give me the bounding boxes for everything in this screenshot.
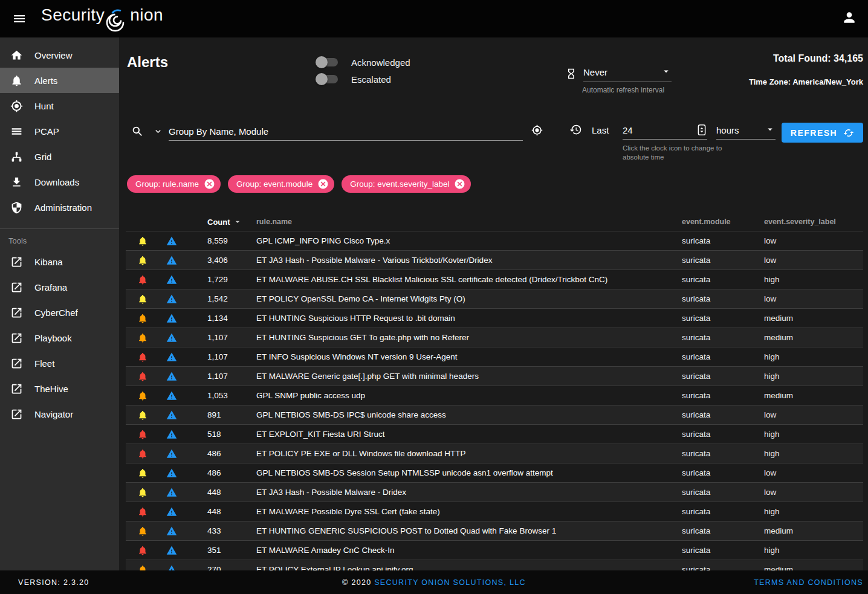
severity-bell-icon[interactable] xyxy=(126,468,160,479)
table-row[interactable]: 433ET HUNTING GENERIC SUSPICIOUS POST to… xyxy=(126,521,863,540)
severity-bell-icon[interactable] xyxy=(126,313,160,324)
sidebar-item-grid[interactable]: Grid xyxy=(0,144,119,169)
sidebar-item-administration[interactable]: Administration xyxy=(0,195,119,220)
row-count: 1,542 xyxy=(184,294,256,303)
module-column-header: event.module xyxy=(682,218,764,226)
version-label: VERSION: 2.3.20 xyxy=(18,578,89,587)
sidebar-tool-kibana[interactable]: Kibana xyxy=(0,249,119,274)
close-circle-icon[interactable] xyxy=(454,178,465,190)
user-account-icon[interactable] xyxy=(841,10,860,28)
severity-bell-icon[interactable] xyxy=(126,564,160,571)
severity-bell-icon[interactable] xyxy=(126,371,160,382)
table-row[interactable]: 1,053GPL SNMP public access udpsuricatam… xyxy=(126,386,863,405)
severity-bell-icon[interactable] xyxy=(126,236,160,247)
table-row[interactable]: 1,107ET HUNTING Suspicious GET To gate.p… xyxy=(126,328,863,347)
alert-warning-icon[interactable] xyxy=(160,236,184,247)
table-row[interactable]: 518ET EXPLOIT_KIT Fiesta URI Structsuric… xyxy=(126,424,863,444)
table-row[interactable]: 1,542ET POLICY OpenSSL Demo CA - Interne… xyxy=(126,289,863,308)
alert-warning-icon[interactable] xyxy=(160,352,184,363)
severity-bell-icon[interactable] xyxy=(126,352,160,363)
close-circle-icon[interactable] xyxy=(317,178,329,190)
table-row[interactable]: 351ET MALWARE Amadey CnC Check-Insuricat… xyxy=(126,540,863,560)
severity-bell-icon[interactable] xyxy=(126,506,160,517)
table-row[interactable]: 1,729ET MALWARE ABUSE.CH SSL Blacklist M… xyxy=(126,270,863,289)
alert-warning-icon[interactable] xyxy=(160,371,184,382)
alert-warning-icon[interactable] xyxy=(160,468,184,479)
alert-warning-icon[interactable] xyxy=(160,332,184,343)
row-event-module: suricata xyxy=(682,507,764,516)
table-body: 8,559GPL ICMP_INFO PING Cisco Type.xsuri… xyxy=(126,231,863,570)
alert-warning-icon[interactable] xyxy=(160,448,184,459)
alert-warning-icon[interactable] xyxy=(160,410,184,421)
alert-warning-icon[interactable] xyxy=(160,564,184,571)
sidebar-tool-cyberchef[interactable]: CyberChef xyxy=(0,300,119,325)
acknowledged-label: Acknowledged xyxy=(351,57,410,68)
query-dropdown-chevron-icon[interactable] xyxy=(153,126,164,137)
refresh-interval-select[interactable]: Never xyxy=(583,63,672,82)
alert-warning-icon[interactable] xyxy=(160,545,184,556)
refresh-button[interactable]: REFRESH xyxy=(782,123,863,143)
filter-chip-rule-name[interactable]: Group: rule.name xyxy=(127,175,221,193)
alert-warning-icon[interactable] xyxy=(160,506,184,517)
table-row[interactable]: 486ET POLICY PE EXE or DLL Windows file … xyxy=(126,444,863,463)
duration-input[interactable] xyxy=(623,125,683,135)
sidebar-item-overview[interactable]: Overview xyxy=(0,42,119,68)
acknowledged-toggle[interactable] xyxy=(317,58,338,66)
severity-bell-icon[interactable] xyxy=(126,332,160,343)
table-row[interactable]: 1,107ET INFO Suspicious Windows NT versi… xyxy=(126,347,863,366)
alert-warning-icon[interactable] xyxy=(160,390,184,401)
alert-warning-icon[interactable] xyxy=(160,294,184,305)
severity-bell-icon[interactable] xyxy=(126,255,160,266)
table-row[interactable]: 448ET JA3 Hash - Possible Malware - Drid… xyxy=(126,482,863,502)
severity-bell-icon[interactable] xyxy=(126,274,160,285)
row-severity-label: high xyxy=(764,546,863,555)
sidebar-item-pcap[interactable]: PCAP xyxy=(0,118,119,144)
bell-icon xyxy=(9,73,24,88)
severity-bell-icon[interactable] xyxy=(126,487,160,498)
alert-warning-icon[interactable] xyxy=(160,255,184,266)
crosshair-icon[interactable] xyxy=(531,124,543,137)
severity-bell-icon[interactable] xyxy=(126,526,160,537)
solutions-link[interactable]: SECURITY ONION SOLUTIONS, LLC xyxy=(374,578,526,587)
menu-icon[interactable] xyxy=(8,8,30,30)
severity-bell-icon[interactable] xyxy=(126,390,160,401)
duration-unit-select[interactable]: hours xyxy=(716,121,776,140)
page-title: Alerts xyxy=(127,54,168,71)
filter-chip-event-severity-label[interactable]: Group: event.severity_label xyxy=(342,175,471,193)
table-row[interactable]: 1,107ET MALWARE Generic gate[.].php GET … xyxy=(126,366,863,386)
duration-unit-value: hours xyxy=(716,125,739,135)
history-clock-icon[interactable] xyxy=(569,123,583,137)
severity-bell-icon[interactable] xyxy=(126,448,160,459)
severity-bell-icon[interactable] xyxy=(126,294,160,305)
table-row[interactable]: 3,406ET JA3 Hash - Possible Malware - Va… xyxy=(126,250,863,270)
sidebar-item-downloads[interactable]: Downloads xyxy=(0,169,119,195)
sidebar-tool-fleet[interactable]: Fleet xyxy=(0,350,119,376)
alert-warning-icon[interactable] xyxy=(160,526,184,537)
sidebar-tool-navigator[interactable]: Navigator xyxy=(0,401,119,427)
table-row[interactable]: 486GPL NETBIOS SMB-DS Session Setup NTML… xyxy=(126,463,863,482)
severity-bell-icon[interactable] xyxy=(126,545,160,556)
alert-warning-icon[interactable] xyxy=(160,487,184,498)
search-input[interactable] xyxy=(169,123,523,141)
stepper-icon[interactable] xyxy=(696,124,707,136)
count-column-header[interactable]: Count xyxy=(184,217,256,227)
escalated-toggle[interactable] xyxy=(317,75,338,83)
alert-warning-icon[interactable] xyxy=(160,429,184,440)
terms-link[interactable]: TERMS AND CONDITIONS xyxy=(754,578,863,587)
severity-bell-icon[interactable] xyxy=(126,429,160,440)
sidebar-item-alerts[interactable]: Alerts xyxy=(0,68,119,93)
filter-chip-event-module[interactable]: Group: event.module xyxy=(228,175,334,193)
sidebar-item-hunt[interactable]: Hunt xyxy=(0,93,119,118)
table-row[interactable]: 891GPL NETBIOS SMB-DS IPC$ unicode share… xyxy=(126,405,863,424)
sidebar-tool-thehive[interactable]: TheHive xyxy=(0,376,119,401)
table-row[interactable]: 1,134ET HUNTING Suspicious HTTP Request … xyxy=(126,308,863,328)
close-circle-icon[interactable] xyxy=(204,178,215,190)
table-row[interactable]: 448ET MALWARE Possible Dyre SSL Cert (fa… xyxy=(126,502,863,521)
alert-warning-icon[interactable] xyxy=(160,274,184,285)
table-row[interactable]: 270ET POLICY External IP Lookup api.ipif… xyxy=(126,560,863,570)
sidebar-tool-playbook[interactable]: Playbook xyxy=(0,325,119,350)
table-row[interactable]: 8,559GPL ICMP_INFO PING Cisco Type.xsuri… xyxy=(126,231,863,250)
severity-bell-icon[interactable] xyxy=(126,410,160,421)
sidebar-tool-grafana[interactable]: Grafana xyxy=(0,274,119,300)
alert-warning-icon[interactable] xyxy=(160,313,184,324)
